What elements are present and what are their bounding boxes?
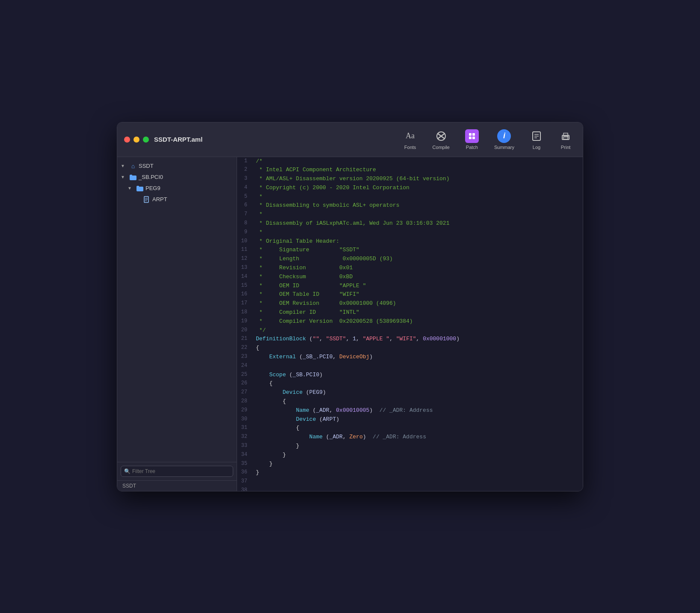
window-title: SSDT-ARPT.aml [154, 136, 395, 143]
traffic-lights [124, 137, 149, 143]
sidebar-statusbar: SSDT [117, 480, 237, 491]
table-row: 19 * Compiler Version 0x20200528 (538969… [237, 317, 583, 326]
table-row: 8 * Disassembly of iASLxphATc.aml, Wed J… [237, 219, 583, 228]
line-number: 33 [237, 442, 252, 451]
svg-rect-6 [472, 137, 475, 139]
titlebar: SSDT-ARPT.aml Aa Fonts Compile [117, 122, 583, 157]
print-label: Print [561, 145, 571, 150]
svg-rect-5 [469, 137, 472, 139]
line-number: 24 [237, 362, 252, 371]
table-row: 13 * Revision 0x01 [237, 264, 583, 273]
line-code: * Disassembly of iASLxphATc.aml, Wed Jun… [252, 219, 583, 228]
house-icon: ⌂ [129, 162, 137, 170]
summary-button[interactable]: i Summary [491, 128, 518, 152]
line-code: * Revision 0x01 [252, 264, 583, 273]
table-row: 37 [237, 477, 583, 486]
line-number: 36 [237, 468, 252, 477]
tree-label-ssdt: SSDT [139, 163, 154, 169]
table-row: 31 { [237, 424, 583, 433]
tree-item-ssdt[interactable]: ▼ ⌂ SSDT [117, 161, 237, 172]
table-row: 26 { [237, 379, 583, 388]
line-number: 4 [237, 184, 252, 193]
table-row: 27 Device (PEG9) [237, 388, 583, 397]
line-number: 26 [237, 379, 252, 388]
line-code: * Length 0x0000005D (93) [252, 255, 583, 264]
line-number: 35 [237, 460, 252, 469]
table-row: 6 * Disassembling to symbolic ASL+ opera… [237, 201, 583, 210]
filter-input[interactable] [121, 466, 233, 477]
line-number: 20 [237, 326, 252, 335]
tree-item-peg9[interactable]: ▼ PEG9 [117, 183, 237, 194]
close-button[interactable] [124, 137, 130, 143]
search-icon: 🔍 [124, 468, 131, 474]
line-number: 19 [237, 317, 252, 326]
svg-point-14 [567, 136, 569, 137]
table-row: 34 } [237, 451, 583, 460]
table-row: 18 * Compiler ID "INTL" [237, 308, 583, 317]
line-number: 32 [237, 433, 252, 442]
table-row: 38 [237, 486, 583, 491]
table-row: 20 */ [237, 326, 583, 335]
svg-rect-4 [472, 133, 475, 136]
compile-button[interactable]: Compile [429, 128, 453, 152]
table-row: 2 * Intel ACPI Component Architecture [237, 166, 583, 175]
patch-button[interactable]: Patch [462, 128, 482, 152]
code-table: 1 /* 2 * Intel ACPI Component Architectu… [237, 157, 583, 491]
log-button[interactable]: Log [526, 128, 547, 152]
line-code: * OEM Table ID "WIFI" [252, 290, 583, 299]
line-code: { [252, 344, 583, 353]
maximize-button[interactable] [143, 137, 149, 143]
table-row: 12 * Length 0x0000005D (93) [237, 255, 583, 264]
table-row: 16 * OEM Table ID "WIFI" [237, 290, 583, 299]
table-row: 7 * [237, 210, 583, 219]
line-number: 14 [237, 273, 252, 282]
toolbar: Aa Fonts Compile [400, 128, 576, 152]
print-button[interactable]: Print [555, 128, 576, 152]
file-icon-arpt [143, 196, 151, 203]
table-row: 3 * AML/ASL+ Disassembler version 202009… [237, 175, 583, 184]
line-code [252, 486, 583, 491]
line-code: * OEM ID "APPLE " [252, 282, 583, 291]
line-number: 16 [237, 290, 252, 299]
table-row: 33 } [237, 442, 583, 451]
minimize-button[interactable] [133, 137, 139, 143]
line-number: 10 [237, 237, 252, 246]
line-code: * Copyright (c) 2000 - 2020 Intel Corpor… [252, 184, 583, 193]
table-row: 22 { [237, 344, 583, 353]
table-row: 15 * OEM ID "APPLE " [237, 282, 583, 291]
line-code: * Checksum 0xBD [252, 273, 583, 282]
line-code: * Signature "SSDT" [252, 246, 583, 255]
line-code: /* [252, 157, 583, 166]
line-code: { [252, 379, 583, 388]
table-row: 25 Scope (_SB.PCI0) [237, 371, 583, 380]
line-number: 37 [237, 477, 252, 486]
line-number: 1 [237, 157, 252, 166]
table-row: 23 External (_SB_.PCI0, DeviceObj) [237, 353, 583, 362]
tree-arrow-peg9: ▼ [128, 186, 134, 190]
table-row: 1 /* [237, 157, 583, 166]
table-row: 32 Name (_ADR, Zero) // _ADR: Address [237, 433, 583, 442]
line-number: 31 [237, 424, 252, 433]
tree-item-arpt[interactable]: ARPT [117, 194, 237, 205]
summary-icon: i [497, 129, 511, 143]
fonts-button[interactable]: Aa Fonts [400, 128, 421, 152]
line-number: 34 [237, 451, 252, 460]
folder-icon-sb-pci0 [129, 173, 137, 181]
line-code: External (_SB_.PCI0, DeviceObj) [252, 353, 583, 362]
line-number: 28 [237, 397, 252, 406]
table-row: 24 [237, 362, 583, 371]
table-row: 10 * Original Table Header: [237, 237, 583, 246]
line-number: 15 [237, 282, 252, 291]
line-number: 11 [237, 246, 252, 255]
line-code: Device (ARPT) [252, 415, 583, 424]
code-editor[interactable]: 1 /* 2 * Intel ACPI Component Architectu… [237, 157, 583, 491]
table-row: 4 * Copyright (c) 2000 - 2020 Intel Corp… [237, 184, 583, 193]
compile-icon [434, 129, 448, 143]
line-code: Scope (_SB.PCI0) [252, 371, 583, 380]
log-label: Log [533, 145, 540, 150]
folder-icon-peg9 [136, 184, 144, 192]
tree-item-sb-pci0[interactable]: ▼ _SB.PCI0 [117, 172, 237, 183]
table-row: 35 } [237, 460, 583, 469]
tree-area[interactable]: ▼ ⌂ SSDT ▼ _SB.PCI0 ▼ [117, 157, 237, 462]
table-row: 30 Device (ARPT) [237, 415, 583, 424]
